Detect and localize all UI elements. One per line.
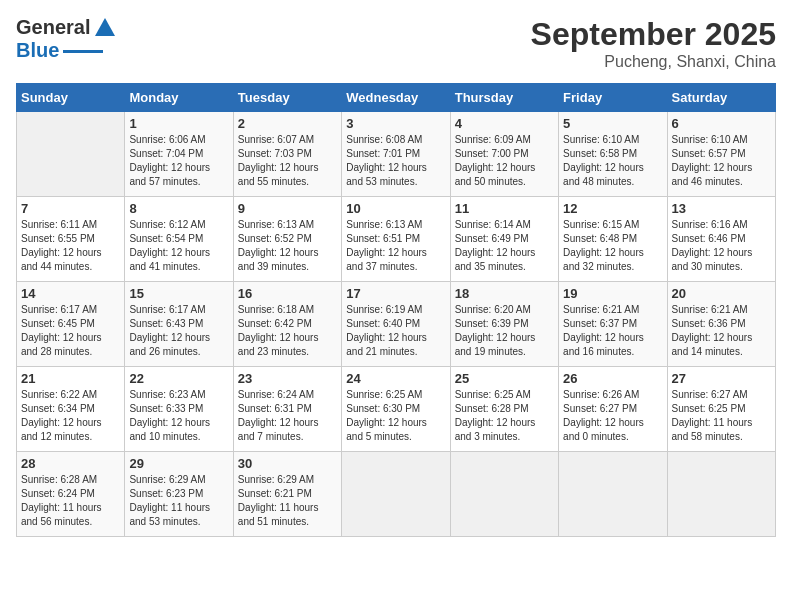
day-number: 2 xyxy=(238,116,337,131)
cell-info: Sunrise: 6:10 AMSunset: 6:58 PMDaylight:… xyxy=(563,133,662,189)
cell-info: Sunrise: 6:10 AMSunset: 6:57 PMDaylight:… xyxy=(672,133,771,189)
cell-info: Sunrise: 6:25 AMSunset: 6:28 PMDaylight:… xyxy=(455,388,554,444)
calendar-cell: 8Sunrise: 6:12 AMSunset: 6:54 PMDaylight… xyxy=(125,197,233,282)
day-number: 22 xyxy=(129,371,228,386)
header-sunday: Sunday xyxy=(17,84,125,112)
logo: General Blue xyxy=(16,16,115,62)
cell-info: Sunrise: 6:24 AMSunset: 6:31 PMDaylight:… xyxy=(238,388,337,444)
calendar-cell: 18Sunrise: 6:20 AMSunset: 6:39 PMDayligh… xyxy=(450,282,558,367)
header-saturday: Saturday xyxy=(667,84,775,112)
calendar-cell xyxy=(667,452,775,537)
calendar-cell: 20Sunrise: 6:21 AMSunset: 6:36 PMDayligh… xyxy=(667,282,775,367)
cell-info: Sunrise: 6:23 AMSunset: 6:33 PMDaylight:… xyxy=(129,388,228,444)
calendar-cell: 27Sunrise: 6:27 AMSunset: 6:25 PMDayligh… xyxy=(667,367,775,452)
calendar-cell: 25Sunrise: 6:25 AMSunset: 6:28 PMDayligh… xyxy=(450,367,558,452)
cell-info: Sunrise: 6:09 AMSunset: 7:00 PMDaylight:… xyxy=(455,133,554,189)
cell-info: Sunrise: 6:25 AMSunset: 6:30 PMDaylight:… xyxy=(346,388,445,444)
calendar-cell: 24Sunrise: 6:25 AMSunset: 6:30 PMDayligh… xyxy=(342,367,450,452)
day-number: 4 xyxy=(455,116,554,131)
cell-info: Sunrise: 6:28 AMSunset: 6:24 PMDaylight:… xyxy=(21,473,120,529)
day-number: 20 xyxy=(672,286,771,301)
logo-line xyxy=(63,50,103,53)
calendar-week-row: 7Sunrise: 6:11 AMSunset: 6:55 PMDaylight… xyxy=(17,197,776,282)
day-number: 29 xyxy=(129,456,228,471)
calendar-cell: 1Sunrise: 6:06 AMSunset: 7:04 PMDaylight… xyxy=(125,112,233,197)
header-row: Sunday Monday Tuesday Wednesday Thursday… xyxy=(17,84,776,112)
calendar-cell: 19Sunrise: 6:21 AMSunset: 6:37 PMDayligh… xyxy=(559,282,667,367)
calendar-cell: 9Sunrise: 6:13 AMSunset: 6:52 PMDaylight… xyxy=(233,197,341,282)
day-number: 6 xyxy=(672,116,771,131)
day-number: 13 xyxy=(672,201,771,216)
day-number: 23 xyxy=(238,371,337,386)
day-number: 8 xyxy=(129,201,228,216)
calendar-cell: 3Sunrise: 6:08 AMSunset: 7:01 PMDaylight… xyxy=(342,112,450,197)
cell-info: Sunrise: 6:07 AMSunset: 7:03 PMDaylight:… xyxy=(238,133,337,189)
calendar-cell xyxy=(342,452,450,537)
calendar-cell: 15Sunrise: 6:17 AMSunset: 6:43 PMDayligh… xyxy=(125,282,233,367)
day-number: 19 xyxy=(563,286,662,301)
cell-info: Sunrise: 6:06 AMSunset: 7:04 PMDaylight:… xyxy=(129,133,228,189)
calendar-cell: 12Sunrise: 6:15 AMSunset: 6:48 PMDayligh… xyxy=(559,197,667,282)
day-number: 27 xyxy=(672,371,771,386)
calendar-header: Sunday Monday Tuesday Wednesday Thursday… xyxy=(17,84,776,112)
page-header: General Blue September 2025 Pucheng, Sha… xyxy=(16,16,776,71)
calendar-cell: 4Sunrise: 6:09 AMSunset: 7:00 PMDaylight… xyxy=(450,112,558,197)
day-number: 9 xyxy=(238,201,337,216)
cell-info: Sunrise: 6:14 AMSunset: 6:49 PMDaylight:… xyxy=(455,218,554,274)
calendar-cell: 17Sunrise: 6:19 AMSunset: 6:40 PMDayligh… xyxy=(342,282,450,367)
logo-triangle-icon xyxy=(95,18,115,36)
calendar-week-row: 14Sunrise: 6:17 AMSunset: 6:45 PMDayligh… xyxy=(17,282,776,367)
header-tuesday: Tuesday xyxy=(233,84,341,112)
cell-info: Sunrise: 6:20 AMSunset: 6:39 PMDaylight:… xyxy=(455,303,554,359)
day-number: 7 xyxy=(21,201,120,216)
day-number: 30 xyxy=(238,456,337,471)
cell-info: Sunrise: 6:15 AMSunset: 6:48 PMDaylight:… xyxy=(563,218,662,274)
day-number: 25 xyxy=(455,371,554,386)
calendar-table: Sunday Monday Tuesday Wednesday Thursday… xyxy=(16,83,776,537)
cell-info: Sunrise: 6:27 AMSunset: 6:25 PMDaylight:… xyxy=(672,388,771,444)
day-number: 10 xyxy=(346,201,445,216)
cell-info: Sunrise: 6:21 AMSunset: 6:37 PMDaylight:… xyxy=(563,303,662,359)
calendar-cell: 14Sunrise: 6:17 AMSunset: 6:45 PMDayligh… xyxy=(17,282,125,367)
cell-info: Sunrise: 6:29 AMSunset: 6:21 PMDaylight:… xyxy=(238,473,337,529)
cell-info: Sunrise: 6:29 AMSunset: 6:23 PMDaylight:… xyxy=(129,473,228,529)
calendar-cell xyxy=(559,452,667,537)
calendar-cell: 11Sunrise: 6:14 AMSunset: 6:49 PMDayligh… xyxy=(450,197,558,282)
location-title: Pucheng, Shanxi, China xyxy=(531,53,776,71)
day-number: 11 xyxy=(455,201,554,216)
cell-info: Sunrise: 6:21 AMSunset: 6:36 PMDaylight:… xyxy=(672,303,771,359)
day-number: 21 xyxy=(21,371,120,386)
title-block: September 2025 Pucheng, Shanxi, China xyxy=(531,16,776,71)
day-number: 17 xyxy=(346,286,445,301)
calendar-cell: 21Sunrise: 6:22 AMSunset: 6:34 PMDayligh… xyxy=(17,367,125,452)
cell-info: Sunrise: 6:08 AMSunset: 7:01 PMDaylight:… xyxy=(346,133,445,189)
cell-info: Sunrise: 6:13 AMSunset: 6:52 PMDaylight:… xyxy=(238,218,337,274)
day-number: 5 xyxy=(563,116,662,131)
calendar-cell: 23Sunrise: 6:24 AMSunset: 6:31 PMDayligh… xyxy=(233,367,341,452)
calendar-cell: 6Sunrise: 6:10 AMSunset: 6:57 PMDaylight… xyxy=(667,112,775,197)
cell-info: Sunrise: 6:19 AMSunset: 6:40 PMDaylight:… xyxy=(346,303,445,359)
header-thursday: Thursday xyxy=(450,84,558,112)
cell-info: Sunrise: 6:22 AMSunset: 6:34 PMDaylight:… xyxy=(21,388,120,444)
day-number: 28 xyxy=(21,456,120,471)
header-wednesday: Wednesday xyxy=(342,84,450,112)
calendar-cell: 16Sunrise: 6:18 AMSunset: 6:42 PMDayligh… xyxy=(233,282,341,367)
calendar-week-row: 21Sunrise: 6:22 AMSunset: 6:34 PMDayligh… xyxy=(17,367,776,452)
cell-info: Sunrise: 6:18 AMSunset: 6:42 PMDaylight:… xyxy=(238,303,337,359)
month-title: September 2025 xyxy=(531,16,776,53)
logo-general-text: General xyxy=(16,16,90,39)
calendar-cell xyxy=(450,452,558,537)
day-number: 14 xyxy=(21,286,120,301)
day-number: 3 xyxy=(346,116,445,131)
day-number: 16 xyxy=(238,286,337,301)
day-number: 18 xyxy=(455,286,554,301)
cell-info: Sunrise: 6:12 AMSunset: 6:54 PMDaylight:… xyxy=(129,218,228,274)
cell-info: Sunrise: 6:17 AMSunset: 6:45 PMDaylight:… xyxy=(21,303,120,359)
day-number: 24 xyxy=(346,371,445,386)
calendar-week-row: 28Sunrise: 6:28 AMSunset: 6:24 PMDayligh… xyxy=(17,452,776,537)
cell-info: Sunrise: 6:11 AMSunset: 6:55 PMDaylight:… xyxy=(21,218,120,274)
cell-info: Sunrise: 6:16 AMSunset: 6:46 PMDaylight:… xyxy=(672,218,771,274)
calendar-cell: 10Sunrise: 6:13 AMSunset: 6:51 PMDayligh… xyxy=(342,197,450,282)
cell-info: Sunrise: 6:13 AMSunset: 6:51 PMDaylight:… xyxy=(346,218,445,274)
calendar-cell: 13Sunrise: 6:16 AMSunset: 6:46 PMDayligh… xyxy=(667,197,775,282)
